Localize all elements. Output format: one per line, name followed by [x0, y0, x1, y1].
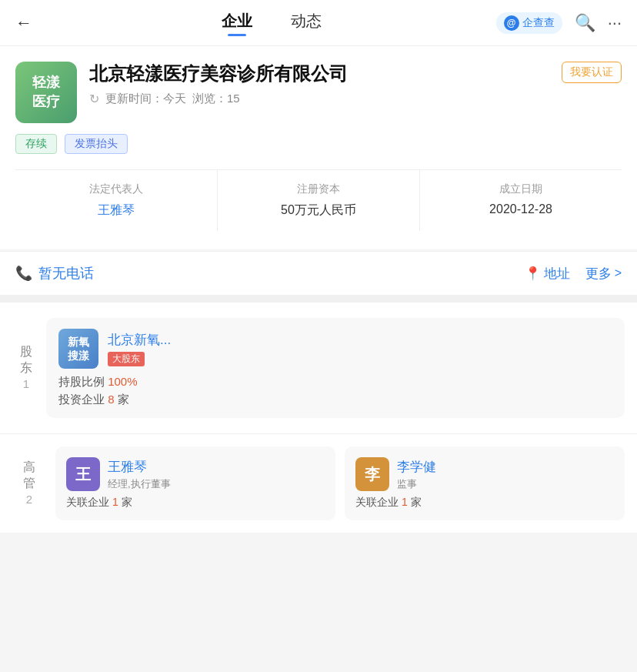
shareholder-count: 1: [23, 376, 29, 392]
address-icon: 📍: [525, 266, 541, 282]
invest-unit: 家: [118, 393, 129, 406]
share-ratio-label: 持股比例: [58, 375, 105, 388]
mgmt-related-unit-1: 家: [122, 496, 132, 508]
company-name: 北京轻漾医疗美容诊所有限公司: [89, 62, 554, 85]
company-info: 北京轻漾医疗美容诊所有限公司 我要认证 ↻ 更新时间：今天 浏览：15: [89, 62, 622, 106]
update-row: ↻ 更新时间：今天 浏览：15: [89, 92, 622, 106]
view-text: 浏览：15: [192, 92, 240, 106]
management-cards: 王 王雅琴 经理,执行董事 关联企业 1 家 李 李学健: [55, 446, 625, 520]
more-link[interactable]: 更多 >: [585, 265, 622, 283]
mgmt-person-row-2: 李 李学健 监事: [355, 457, 614, 491]
invest-count: 8: [108, 393, 114, 406]
mgmt-info-1: 王雅琴 经理,执行董事: [108, 458, 171, 491]
more-label: 更多: [585, 265, 612, 283]
mgmt-name-1[interactable]: 王雅琴: [108, 458, 171, 476]
invest-label: 投资企业: [58, 393, 105, 406]
header: ← 企业 动态 @ 企查查 🔍 ···: [0, 0, 637, 46]
info-cell-established: 成立日期 2020-12-28: [420, 170, 622, 231]
info-cell-reg-capital: 注册资本 50万元人民币: [218, 170, 420, 231]
mgmt-related-1: 关联企业 1 家: [66, 496, 325, 510]
refresh-icon: ↻: [89, 92, 99, 106]
mgmt-info-2: 李学健 监事: [397, 458, 436, 491]
mgmt-card-1: 王 王雅琴 经理,执行董事 关联企业 1 家: [55, 446, 335, 520]
established-label: 成立日期: [428, 182, 614, 196]
shareholder-item: 股东 1 新氧搜漾 北京新氧... 大股东 持股比例 100% 投资企业 8 家: [0, 303, 637, 434]
info-cell-legal-rep: 法定代表人 王雅琴: [15, 170, 218, 231]
company-top: 轻漾医疗 北京轻漾医疗美容诊所有限公司 我要认证 ↻ 更新时间：今天 浏览：15: [15, 62, 622, 123]
mgmt-avatar-2: 李: [355, 457, 389, 491]
reg-capital-value: 50万元人民币: [225, 202, 412, 219]
sh-logo: 新氧搜漾: [58, 329, 98, 369]
shareholders-section: 股东 1 新氧搜漾 北京新氧... 大股东 持股比例 100% 投资企业 8 家: [0, 303, 637, 533]
shareholder-side-label: 股东 1: [12, 318, 46, 418]
mgmt-related-count-2: 1: [402, 496, 408, 508]
address-label: 地址: [544, 265, 570, 283]
tag-invoice: 发票抬头: [65, 134, 128, 154]
qichacha-icon: @: [504, 15, 519, 31]
section-divider: [0, 295, 637, 303]
header-right: @ 企查查 🔍 ···: [496, 12, 622, 34]
sh-badge: 大股东: [108, 352, 145, 366]
chevron-right-icon: >: [615, 266, 622, 280]
tags-row: 存续 发票抬头: [15, 134, 622, 154]
tab-enterprise[interactable]: 企业: [222, 11, 252, 35]
contact-phone: 📞 暂无电话: [15, 264, 525, 283]
mgmt-related-count-1: 1: [112, 496, 118, 508]
mgmt-card-2: 李 李学健 监事 关联企业 1 家: [345, 446, 625, 520]
tab-dynamic[interactable]: 动态: [291, 11, 322, 35]
management-side-label: 高管 2: [12, 446, 46, 520]
info-grid: 法定代表人 王雅琴 注册资本 50万元人民币 成立日期 2020-12-28: [15, 169, 622, 231]
update-text: 更新时间：今天: [105, 92, 186, 106]
certify-button[interactable]: 我要认证: [562, 62, 622, 83]
mgmt-related-2: 关联企业 1 家: [355, 496, 614, 510]
mgmt-role-2: 监事: [397, 477, 436, 491]
mgmt-name-2[interactable]: 李学健: [397, 458, 436, 476]
contact-row: 📞 暂无电话 📍 地址 更多 >: [0, 251, 637, 295]
sh-invest: 投资企业 8 家: [58, 393, 612, 407]
reg-capital-label: 注册资本: [225, 182, 412, 196]
mgmt-person-row-1: 王 王雅琴 经理,执行董事: [66, 457, 325, 491]
mgmt-role-1: 经理,执行董事: [108, 477, 171, 491]
established-value: 2020-12-28: [428, 202, 614, 216]
back-button[interactable]: ←: [15, 13, 32, 33]
sh-top: 新氧搜漾 北京新氧... 大股东: [58, 329, 612, 369]
management-row: 高管 2 王 王雅琴 经理,执行董事 关联企业 1 家: [0, 434, 637, 533]
sh-name[interactable]: 北京新氧...: [108, 331, 612, 349]
qichacha-label: 企查查: [522, 16, 555, 30]
contact-right: 📍 地址 更多 >: [525, 265, 622, 283]
tag-active: 存续: [15, 134, 57, 154]
legal-rep-label: 法定代表人: [23, 182, 209, 196]
legal-rep-value[interactable]: 王雅琴: [23, 202, 209, 219]
phone-icon: 📞: [15, 265, 32, 282]
mgmt-related-unit-2: 家: [411, 496, 422, 508]
company-logo: 轻漾医疗: [15, 62, 77, 123]
company-name-row: 北京轻漾医疗美容诊所有限公司 我要认证: [89, 62, 622, 85]
mgmt-avatar-1: 王: [66, 457, 100, 491]
share-ratio-value: 100%: [108, 375, 137, 388]
phone-text: 暂无电话: [38, 264, 94, 283]
address-link[interactable]: 📍 地址: [525, 265, 570, 283]
company-section: 轻漾医疗 北京轻漾医疗美容诊所有限公司 我要认证 ↻ 更新时间：今天 浏览：15…: [0, 46, 637, 249]
sh-details: 持股比例 100%: [58, 375, 612, 389]
more-icon[interactable]: ···: [608, 13, 622, 33]
management-label-text: 高管: [23, 460, 35, 492]
mgmt-related-label-2: 关联企业: [355, 496, 399, 508]
qichacha-logo-button[interactable]: @ 企查查: [496, 12, 562, 34]
header-tabs: 企业 动态: [48, 11, 496, 35]
shareholder-card: 新氧搜漾 北京新氧... 大股东 持股比例 100% 投资企业 8 家: [46, 318, 625, 418]
shareholder-label-text: 股东: [20, 344, 32, 376]
search-icon[interactable]: 🔍: [575, 13, 595, 33]
sh-info: 北京新氧... 大股东: [108, 331, 612, 366]
mgmt-related-label-1: 关联企业: [66, 496, 109, 508]
management-count: 2: [26, 492, 32, 507]
